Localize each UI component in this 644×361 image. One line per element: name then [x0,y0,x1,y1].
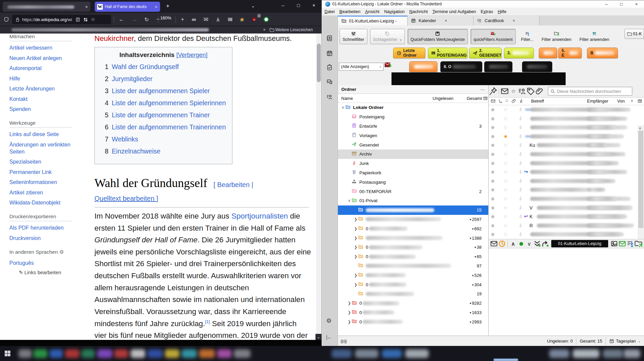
star-icon[interactable]: ☆ [503,107,508,113]
folder-row-posteingang[interactable]: Posteingang [338,112,488,122]
filter-folder-icon[interactable] [634,240,642,247]
tab-close-icon[interactable]: × [445,18,447,23]
sort-direction-icon[interactable]: ∧ [631,99,633,103]
folder-row-00-tempor-r[interactable]: 00-TEMPORÄR2 [338,187,488,196]
url-bar[interactable]: https://de.wikipedia.org/wi ☆ [12,15,111,24]
toolbar-button-filter-anwenden[interactable]: Filter anwenden [577,29,612,44]
parent-folder-up-icon[interactable]: ∧ [509,240,517,247]
scroll-up-icon[interactable]: ∧ [639,126,641,130]
column-thread-icon[interactable] [498,99,503,104]
toolbar-button-schnellfilter[interactable]: Schnellfilter [340,29,367,44]
read-indicator-icon[interactable] [491,188,494,191]
window-close-button[interactable]: × [306,0,321,11]
message-row[interactable]: ☆ [489,150,638,159]
menu-nachricht[interactable]: Nachricht [407,8,430,15]
quickfolder-tab-redacted[interactable] [484,61,512,72]
quickfolder-tab-3-[interactable]: 3. [504,48,534,58]
tb-tab-kalender[interactable]: Kalender× [408,16,474,25]
column-subject[interactable]: Betreff [531,99,544,104]
toolbar-button-filter-anwenden[interactable]: Filter anwenden [539,29,574,44]
star-icon[interactable]: ☆ [503,187,508,193]
tb-tab-01-kulturleben-leipzig-[interactable]: 01-KulturLeben-Leipzig - [338,16,408,25]
quickfolders-category-dropdown[interactable]: (Alle Anzeigen)∨ [339,63,383,71]
highlights-grid-icon[interactable] [83,17,88,22]
column-unread[interactable]: Ungelesen [423,96,453,101]
quickfilters-mini-icon[interactable] [384,61,392,71]
message-row[interactable]: ☆ [489,230,638,239]
expander-icon[interactable]: ❯ [353,217,358,222]
ecosia-extension-icon[interactable] [262,15,271,23]
quickfolder-tab-redacted[interactable] [539,48,557,58]
toc-hide-link[interactable]: [Verbergen] [176,52,207,58]
star-icon[interactable]: ☆ [503,124,508,130]
bookmark-star-icon[interactable]: ☆ [91,16,95,22]
read-indicator-icon[interactable] [491,162,494,165]
junk-icon[interactable] [518,187,523,192]
quickfolder-tab-letzte-ordner[interactable]: Letzte Ordner [393,48,425,58]
filter-list-icon[interactable] [626,240,634,247]
folder-row-redacted[interactable]: ❯0▾9282 [338,299,488,308]
scroll-down-icon[interactable]: ⌄ [315,334,321,340]
junk-icon[interactable] [518,169,523,174]
toolbar-button-filter-[interactable]: Filter... [518,29,536,44]
toc-link[interactable]: Liste der aufgenommenen Trainer [112,111,210,119]
folder-row-redacted[interactable]: 19 [338,289,488,299]
column-total[interactable]: Gesamt [453,96,482,101]
folder-row-entw-rfe[interactable]: Entwürfe3 [338,122,488,131]
toc-link[interactable]: Wahl der Gründungself [112,63,179,70]
message-row[interactable]: ☆ [489,114,638,123]
sidebar-link[interactable]: Artikel verbessern [9,44,76,51]
unread-dot-icon[interactable] [517,240,525,247]
sidebar-link[interactable]: Artikel zitieren [9,189,76,196]
star-icon[interactable]: ☆ [503,160,508,166]
folder-row-redacted[interactable]: ❯▾2597 [338,215,488,224]
reference-link[interactable]: [1] [205,319,210,324]
menu-extras[interactable]: Extras [478,8,495,15]
message-scrollbar[interactable]: ∧ ∨ [638,125,644,239]
message-row[interactable]: ☆ [489,123,638,132]
sidebar-link[interactable]: Änderungen an verlinkten Seiten [9,141,76,155]
column-unread-icon[interactable] [491,99,496,104]
toc-link[interactable]: Liste der aufgenommenen Spielerinnen [112,99,226,107]
ublock-shield-icon[interactable]: w 2 [250,15,259,23]
quickfilter-clip-button[interactable] [535,87,544,95]
star-icon[interactable]: ☆ [503,178,508,184]
menu-ansicht[interactable]: Ansicht [363,8,382,15]
quickfilter-pin-button[interactable] [489,87,497,95]
star-icon[interactable]: ☆ [503,223,508,229]
mail-extension-icon[interactable]: ✉ [202,15,210,23]
reload-icon[interactable]: ↻ [142,15,151,23]
quickfilter-tag-button[interactable] [526,87,535,95]
junk-icon[interactable] [518,134,523,139]
new-tab-button[interactable]: + [166,3,169,9]
junk-icon[interactable] [518,116,523,121]
window-maximize-button[interactable]: □ [291,0,306,11]
infinity-extension-icon[interactable]: ∞ [190,15,198,23]
chat-strip-icon[interactable] [326,78,334,86]
sidebar-link[interactable]: Druckversion [9,235,76,242]
sidebar-link[interactable]: Português [9,259,76,266]
folder-row-lokale-ordner[interactable]: ∨Lokale Ordner [338,103,488,112]
more-bookmarks-label[interactable]: Weitere Lesezeichen [275,27,313,32]
scrollbar-thumb[interactable] [638,131,643,228]
window-minimize-button[interactable]: – [275,0,291,11]
expander-icon[interactable]: ∨ [347,198,352,203]
folder-row-vorlagen[interactable]: Vorlagen [338,131,488,140]
subfolder-down-icon[interactable]: ∨ [525,240,533,247]
browser-scrollbar[interactable]: ⌄ [316,34,321,340]
quickfolder-tab-2-gesendet[interactable]: 2. GESENDET [469,48,502,58]
junk-icon[interactable] [518,205,523,210]
toolbar-button-quickfolders-werkzeugleiste[interactable]: QuickFolders Werkzeugleiste [408,29,468,44]
read-indicator-icon[interactable] [491,153,494,156]
folder-row-gesendet[interactable]: Gesendet [338,140,488,149]
goto-next-icon[interactable] [541,240,549,247]
read-indicator-icon[interactable] [491,197,494,200]
column-name[interactable]: Name [338,96,353,101]
message-row[interactable]: ☆↪ [489,168,638,177]
menu-bearbeiten[interactable]: Bearbeiten [337,8,363,15]
folder-row-redacted[interactable]: ❯0▾65 [338,252,488,261]
tasks-strip-icon[interactable] [326,64,334,71]
tb-tab-cardbook[interactable]: CardBook× [474,16,540,25]
folder-row-papierkorb[interactable]: Papierkorb [338,168,488,178]
expander-icon[interactable]: ❯ [353,245,358,249]
